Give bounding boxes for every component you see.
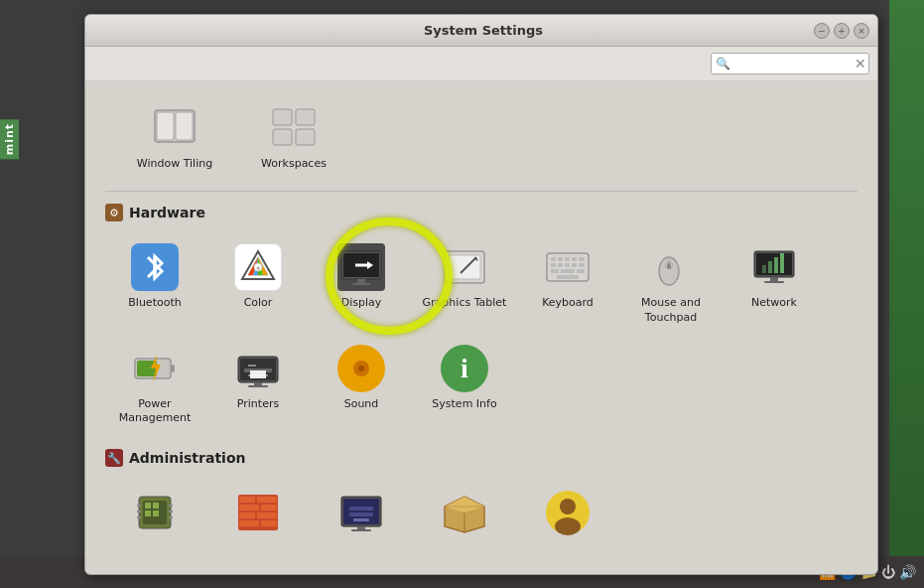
power-management-icon [131,345,179,392]
title-bar: System Settings − + × [85,15,877,47]
administration-section-icon: 🔧 [105,449,123,467]
svg-rect-72 [137,516,141,518]
icon-item-network[interactable]: Network [725,235,824,333]
display-icon [337,243,385,291]
window-tiling-label: Window Tiling [137,157,212,171]
administration-section-title: Administration [129,450,245,466]
svg-rect-87 [349,507,373,511]
hardware-section-icon: ⚙ [105,204,123,221]
search-clear-button[interactable]: ✕ [855,56,866,72]
svg-rect-31 [572,263,577,267]
svg-rect-58 [250,370,266,378]
svg-text:✦: ✦ [255,264,262,273]
svg-rect-5 [273,129,292,145]
workspaces-icon [270,104,318,152]
icon-item-workspaces[interactable]: Workspaces [244,96,343,179]
network-label: Network [751,296,797,310]
administration-section-header: 🔧 Administration [105,449,858,467]
svg-rect-48 [764,281,784,283]
svg-rect-30 [565,263,570,267]
icon-item-admin-chips[interactable] [105,481,204,549]
icon-item-color[interactable]: ✦ Color [208,235,308,333]
svg-rect-70 [137,505,141,507]
icon-item-window-tiling[interactable]: Window Tiling [125,96,224,179]
svg-rect-83 [239,520,259,526]
display-label: Display [341,296,382,310]
color-icon: ✦ [234,243,282,291]
printers-label: Printers [237,397,279,411]
svg-point-97 [560,499,576,514]
svg-rect-89 [353,518,369,521]
svg-rect-43 [762,265,766,273]
network-icon [750,243,798,291]
keyboard-icon [544,243,592,291]
icon-item-keyboard[interactable]: Keyboard [518,235,617,333]
svg-rect-23 [551,257,556,261]
system-settings-window: System Settings − + × 🔍 ✕ [84,14,878,575]
graphics-tablet-label: Graphics Tablet [423,296,507,310]
icon-item-graphics-tablet[interactable]: Graphics Tablet [415,235,514,333]
power-tray-icon[interactable]: ⏻ [881,564,895,580]
close-button[interactable]: × [854,23,869,39]
search-box: 🔍 ✕ [711,53,869,74]
bluetooth-label: Bluetooth [128,296,181,310]
sound-icon [337,345,385,392]
window-controls: − + × [814,23,869,39]
svg-rect-90 [357,526,365,529]
hardware-icon-grid: Bluetooth [105,235,858,433]
icon-item-mouse-touchpad[interactable]: Mouse andTouchpad [621,235,721,333]
icon-item-admin-firewall[interactable] [208,481,308,549]
icon-item-power-management[interactable]: PowerManagement [105,337,204,434]
bluetooth-icon [131,243,179,291]
icon-item-admin-packages[interactable] [415,481,514,549]
admin-firewall-icon [234,489,282,536]
svg-rect-33 [551,269,559,273]
svg-rect-46 [780,253,784,273]
icon-item-bluetooth[interactable]: Bluetooth [105,235,204,333]
minimize-button[interactable]: − [814,23,830,39]
svg-rect-84 [261,520,277,526]
icon-item-system-info[interactable]: i System Info [415,337,514,434]
svg-rect-34 [561,269,575,273]
mouse-touchpad-label: Mouse andTouchpad [641,296,701,325]
svg-rect-78 [257,497,277,503]
svg-rect-1 [157,112,174,140]
mint-label: mint [0,119,19,159]
svg-rect-68 [145,511,151,516]
svg-rect-44 [768,261,772,273]
svg-rect-25 [565,257,570,261]
icon-item-sound[interactable]: Sound [312,337,411,434]
icon-item-printers[interactable]: Printers [208,337,308,434]
svg-rect-6 [296,129,315,145]
printers-icon [234,345,282,392]
svg-rect-28 [551,263,556,267]
svg-rect-4 [296,109,315,125]
system-info-icon: i [441,345,488,392]
svg-rect-40 [667,263,671,269]
svg-rect-66 [145,503,151,509]
svg-rect-79 [239,505,259,511]
maximize-button[interactable]: + [834,23,850,39]
icon-item-admin-users[interactable] [518,481,617,549]
window-title: System Settings [153,23,814,38]
admin-users-icon [544,489,592,536]
icon-item-admin-login[interactable] [312,481,411,549]
graphics-tablet-icon [441,243,488,291]
svg-rect-91 [351,529,371,531]
svg-rect-60 [248,385,268,387]
svg-rect-67 [153,503,159,509]
svg-rect-74 [169,511,173,513]
icon-item-display[interactable]: Display [312,235,411,333]
svg-rect-50 [171,365,175,372]
top-items-strip: Window Tiling Workspaces [105,91,858,192]
svg-point-63 [358,366,364,371]
search-input[interactable] [733,57,853,71]
svg-rect-88 [349,513,373,516]
sound-tray-icon[interactable]: 🔊 [899,564,916,580]
svg-rect-75 [169,516,173,518]
toolbar: 🔍 ✕ [85,47,877,81]
svg-rect-3 [273,109,292,125]
svg-rect-81 [239,513,255,518]
system-info-label: System Info [432,397,496,411]
svg-rect-17 [352,283,370,285]
